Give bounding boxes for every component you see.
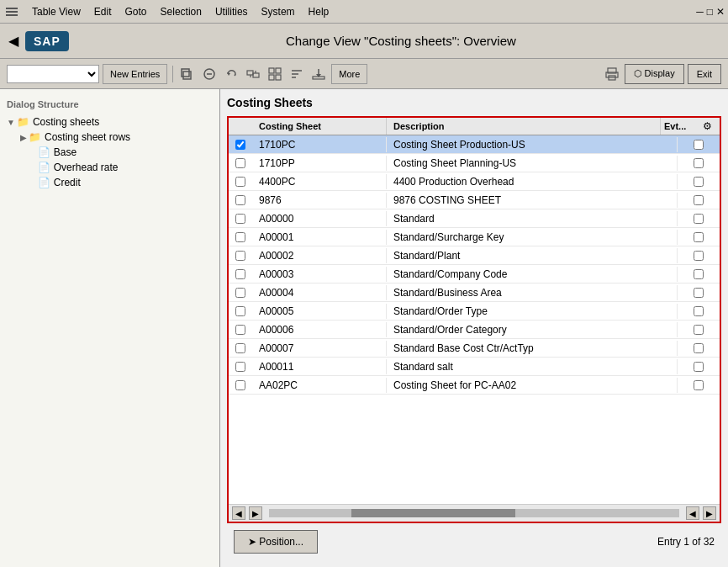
maximize-btn[interactable]: □: [707, 6, 713, 18]
evt-checkbox-10[interactable]: [694, 325, 704, 335]
row-checkbox-10[interactable]: [229, 323, 252, 336]
sort-icon[interactable]: [288, 65, 306, 83]
scroll-next-page-btn[interactable]: ▶: [703, 506, 716, 520]
sidebar-item-costing-sheet-rows[interactable]: ▶ 📁 Costing sheet rows: [0, 130, 219, 145]
table-row[interactable]: A00002 Standard/Plant: [229, 246, 720, 265]
table-row[interactable]: A00011 Standard salt: [229, 358, 720, 376]
row-checkbox-9[interactable]: [229, 305, 252, 318]
menu-edit[interactable]: Edit: [87, 4, 119, 19]
undo-icon[interactable]: [222, 65, 240, 83]
evt-checkbox-5[interactable]: [694, 232, 704, 242]
sidebar-title: Dialog Structure: [0, 96, 219, 114]
row-checkbox-13[interactable]: [229, 379, 252, 392]
checkbox-8[interactable]: [235, 288, 245, 298]
display-button[interactable]: ⬡ Display: [625, 64, 684, 84]
evt-checkbox-7[interactable]: [694, 269, 704, 279]
row-checkbox-7[interactable]: [229, 268, 252, 281]
checkbox-12[interactable]: [235, 362, 245, 372]
checkbox-4[interactable]: [235, 214, 245, 224]
checkbox-11[interactable]: [235, 343, 245, 353]
checkbox-7[interactable]: [235, 269, 245, 279]
download-icon[interactable]: [309, 65, 328, 83]
checkbox-13[interactable]: [235, 380, 245, 390]
table-row[interactable]: 1710PP Costing Sheet Planning-US: [229, 154, 720, 172]
cell-desc-3: 9876 COSTING SHEET: [387, 193, 678, 208]
menu-tableview[interactable]: Table View: [25, 4, 87, 19]
close-btn[interactable]: ✕: [716, 6, 725, 18]
evt-checkbox-11[interactable]: [694, 343, 704, 353]
row-checkbox-0[interactable]: [229, 138, 252, 151]
row-checkbox-1[interactable]: [229, 156, 252, 170]
row-checkbox-2[interactable]: [229, 175, 252, 188]
menu-system[interactable]: System: [255, 4, 302, 19]
evt-checkbox-0[interactable]: [694, 140, 704, 150]
table-row[interactable]: 1710PC Costing Sheet Production-US: [229, 135, 720, 154]
scroll-prev-page-btn[interactable]: ◀: [686, 506, 699, 520]
print-icon[interactable]: [603, 65, 621, 83]
scroll-right-btn[interactable]: ▶: [249, 506, 262, 520]
table-row[interactable]: A00000 Standard: [229, 209, 720, 228]
checkbox-9[interactable]: [235, 306, 245, 316]
toolbar-dropdown[interactable]: [7, 65, 99, 83]
exit-button[interactable]: Exit: [688, 64, 721, 84]
grid-icon[interactable]: [266, 65, 284, 83]
sidebar-item-costing-sheets[interactable]: ▼ 📁 Costing sheets: [0, 114, 219, 130]
entry-info: Entry 1 of 32: [657, 536, 715, 548]
sidebar-item-credit[interactable]: 📄 Credit: [0, 175, 219, 190]
checkbox-1[interactable]: [235, 158, 245, 168]
delete-icon[interactable]: [200, 65, 219, 83]
evt-checkbox-12[interactable]: [694, 362, 704, 372]
new-entries-button[interactable]: New Entries: [103, 64, 167, 84]
more-button[interactable]: More: [331, 64, 367, 84]
evt-checkbox-8[interactable]: [694, 288, 704, 298]
row-checkbox-3[interactable]: [229, 193, 252, 207]
row-checkbox-6[interactable]: [229, 249, 252, 262]
table-row[interactable]: A00001 Standard/Surcharge Key: [229, 228, 720, 246]
table-row[interactable]: A00007 Standard Base Cost Ctr/ActTyp: [229, 339, 720, 358]
back-button[interactable]: ◀: [8, 33, 18, 49]
row-checkbox-8[interactable]: [229, 286, 252, 299]
cell-desc-1: Costing Sheet Planning-US: [387, 156, 678, 171]
move-icon[interactable]: [244, 65, 262, 83]
evt-checkbox-4[interactable]: [694, 214, 704, 224]
expand-icon-4: [34, 163, 36, 172]
minimize-btn[interactable]: ─: [696, 6, 704, 18]
menu-help[interactable]: Help: [302, 4, 336, 19]
checkbox-3[interactable]: [235, 195, 245, 205]
settings-icon[interactable]: ⚙: [703, 120, 720, 132]
table-row[interactable]: AA02PC Costing Sheet for PC-AA02: [229, 376, 720, 395]
scroll-left-btn[interactable]: ◀: [232, 506, 245, 520]
checkbox-0[interactable]: [235, 140, 245, 150]
evt-checkbox-3[interactable]: [694, 195, 704, 205]
row-checkbox-4[interactable]: [229, 212, 252, 225]
row-checkbox-5[interactable]: [229, 231, 252, 244]
evt-checkbox-2[interactable]: [694, 177, 704, 187]
position-button[interactable]: ➤ Position...: [234, 530, 318, 554]
menu-utilities[interactable]: Utilities: [208, 4, 255, 19]
evt-checkbox-13[interactable]: [694, 380, 704, 390]
menu-selection[interactable]: Selection: [154, 4, 208, 19]
row-checkbox-12[interactable]: [229, 360, 252, 374]
sidebar-item-overhead-rate[interactable]: 📄 Overhead rate: [0, 160, 219, 175]
table-row[interactable]: A00003 Standard/Company Code: [229, 265, 720, 284]
checkbox-10[interactable]: [235, 325, 245, 335]
evt-checkbox-6[interactable]: [694, 251, 704, 261]
app-menu-icon[interactable]: [3, 3, 20, 20]
evt-checkbox-9[interactable]: [694, 306, 704, 316]
checkbox-6[interactable]: [235, 251, 245, 261]
table-row[interactable]: 9876 9876 COSTING SHEET: [229, 191, 720, 209]
cell-evt-5: [678, 231, 720, 244]
row-checkbox-11[interactable]: [229, 342, 252, 355]
table-row[interactable]: A00006 Standard/Order Category: [229, 321, 720, 339]
table-row[interactable]: A00005 Standard/Order Type: [229, 302, 720, 321]
table-row[interactable]: 4400PC 4400 Production Overhead: [229, 172, 720, 191]
checkbox-5[interactable]: [235, 232, 245, 242]
evt-checkbox-1[interactable]: [694, 158, 704, 168]
sidebar-item-base[interactable]: 📄 Base: [0, 145, 219, 160]
copy-icon[interactable]: [178, 65, 197, 83]
menu-goto[interactable]: Goto: [119, 4, 154, 19]
cell-sheet-13: AA02PC: [252, 378, 387, 393]
table-row[interactable]: A00004 Standard/Business Area: [229, 284, 720, 302]
horizontal-scrollbar[interactable]: [269, 509, 679, 517]
checkbox-2[interactable]: [235, 177, 245, 187]
